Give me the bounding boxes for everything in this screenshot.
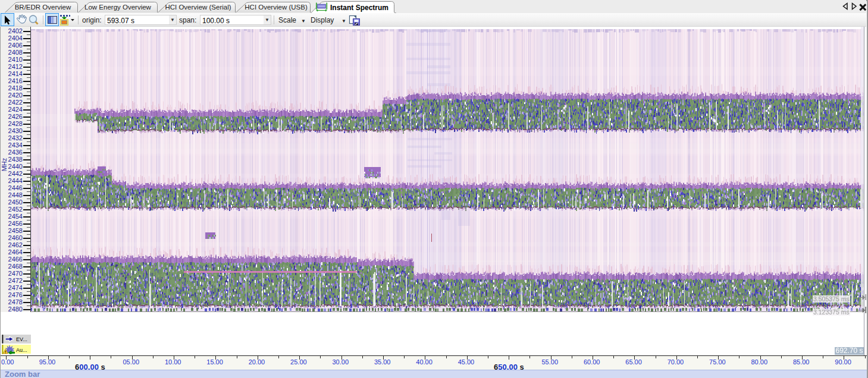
svg-text:HCI Overview (USB): HCI Overview (USB) [245, 4, 308, 11]
svg-text:Low Energy Overview: Low Energy Overview [84, 4, 152, 11]
svg-text:Instant Spectrum: Instant Spectrum [330, 4, 388, 12]
svg-text:HCI Overview (Serial): HCI Overview (Serial) [165, 4, 231, 11]
svg-text:BR/EDR Overview: BR/EDR Overview [15, 4, 71, 11]
